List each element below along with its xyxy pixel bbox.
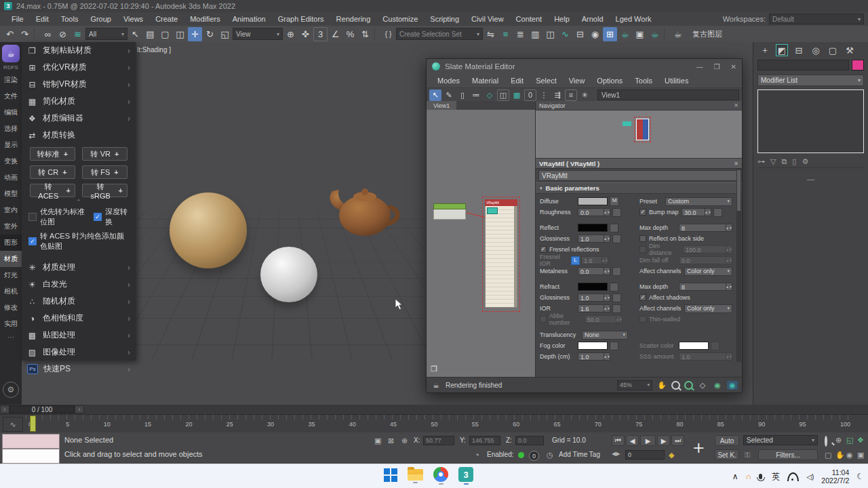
show-maps-button[interactable]: ⋮: [538, 89, 550, 101]
dim-distance-checkbox[interactable]: [639, 246, 646, 253]
scene-object-white-sphere[interactable]: [260, 247, 317, 302]
time-tag-clock-icon[interactable]: ◷: [547, 451, 553, 460]
plugin-logo-icon[interactable]: ☕: [2, 45, 20, 62]
track-bar[interactable]: ∿ 0510 152025 303540 455055 606570 75808…: [0, 414, 868, 433]
slate-view-selector[interactable]: View1: [597, 89, 739, 100]
frame-step-arrows-icon[interactable]: ◀▶: [612, 451, 620, 457]
reflect-back-side-checkbox[interactable]: [639, 235, 646, 242]
create-tab[interactable]: ＋: [759, 44, 771, 56]
modifier-stack[interactable]: [757, 89, 864, 153]
reflect-max-depth-spinner[interactable]: 8▲▼: [679, 224, 732, 232]
slate-titlebar[interactable]: Slate Material Editor — ❐ ✕: [427, 59, 742, 74]
next-frame-arrow[interactable]: ›: [75, 405, 84, 413]
ior-spinner[interactable]: 1.6▲▼: [578, 304, 610, 312]
material-name-input[interactable]: VRayMtl: [538, 170, 739, 181]
tray-show-hidden-icons[interactable]: ∧: [732, 472, 738, 481]
menu-graph-editors[interactable]: Graph Editors: [272, 12, 330, 26]
menu-civil-view[interactable]: Civil View: [465, 12, 509, 26]
hierarchy-tab[interactable]: ⊟: [793, 44, 805, 56]
dock-item-material[interactable]: 材质: [0, 251, 22, 267]
dock-item-interior[interactable]: 室内: [0, 202, 22, 218]
tray-volume-icon[interactable]: ◁): [806, 473, 814, 481]
zoom-extents-all-icon[interactable]: ❖: [857, 436, 864, 445]
y-coordinate-field[interactable]: 146.755: [469, 436, 500, 445]
translucency-dropdown[interactable]: None: [582, 331, 628, 340]
convert-standard-button[interactable]: 转标准+: [30, 147, 75, 161]
zoom-tool-icon[interactable]: [671, 381, 680, 390]
pan-hand-icon[interactable]: ✋: [656, 381, 667, 390]
refract-max-depth-spinner[interactable]: 8▲▼: [679, 283, 732, 291]
menu-rendering[interactable]: Rendering: [330, 12, 377, 26]
3dsmax-taskbar-button[interactable]: 3: [458, 467, 473, 485]
parameters-scrollbar[interactable]: [736, 169, 741, 362]
previous-frame-arrow[interactable]: ‹: [0, 405, 9, 413]
material-panel-close-icon[interactable]: ✕: [734, 161, 738, 167]
rendered-frame-window-button[interactable]: ▣: [633, 27, 647, 41]
close-button[interactable]: ✕: [731, 63, 736, 70]
flyout-item-simplify-material[interactable]: ▦ 简化材质›: [22, 93, 136, 110]
affect-shadows-checkbox[interactable]: ✓: [639, 294, 646, 301]
named-selection-sets-button[interactable]: { }: [381, 27, 395, 41]
maxscript-mini-listener-pink[interactable]: [2, 434, 60, 449]
schematic-view-button[interactable]: ⊟: [573, 27, 587, 41]
pick-material-from-object-button[interactable]: ✎: [443, 89, 455, 101]
zoom-level-dropdown[interactable]: 45%: [617, 380, 652, 390]
object-name-field[interactable]: [757, 60, 849, 70]
show-background-checker-button[interactable]: ▩: [511, 89, 523, 101]
plugin-toolbar-label[interactable]: 复古图层: [692, 29, 722, 39]
modify-tab[interactable]: ◩: [776, 44, 788, 56]
menu-create[interactable]: Create: [149, 12, 184, 26]
dock-item-file[interactable]: 文件: [0, 88, 22, 104]
maximize-button[interactable]: ❐: [714, 63, 720, 70]
tray-clock[interactable]: 11:04 2022/7/2: [821, 468, 849, 485]
key-filters-button[interactable]: Filters...: [758, 449, 818, 460]
aces-color-map-checkbox[interactable]: ✓: [28, 237, 37, 245]
thin-walled-checkbox[interactable]: [639, 316, 646, 323]
transform-gizmo-plus-icon[interactable]: ＋: [686, 434, 711, 461]
collapse-chevron-icon[interactable]: ⌃: [22, 199, 136, 205]
reflect-glossiness-spinner[interactable]: 1.0▲▼: [578, 235, 610, 243]
menu-arnold[interactable]: Arnold: [576, 12, 610, 26]
diffuse-color-swatch[interactable]: [578, 197, 608, 205]
select-and-rotate-button[interactable]: ↻: [203, 27, 217, 41]
auto-key-button[interactable]: Auto: [715, 435, 739, 446]
go-to-start-button[interactable]: ⏮: [612, 435, 625, 446]
maxscript-mini-listener-white[interactable]: [2, 449, 60, 464]
key-mode-toggle-icon[interactable]: ◆: [669, 451, 674, 460]
absolute-mode-icon[interactable]: ⊕: [401, 436, 408, 445]
rectangular-selection-region-button[interactable]: ▢: [158, 27, 172, 41]
tray-notification-icon[interactable]: ☾: [856, 472, 864, 481]
chrome-button[interactable]: [433, 467, 448, 485]
slate-menu-view[interactable]: View: [564, 77, 591, 85]
preset-dropdown[interactable]: Custom: [665, 197, 732, 206]
start-button[interactable]: [384, 467, 397, 482]
slate-menu-edit[interactable]: Edit: [505, 77, 529, 85]
dock-item-render[interactable]: 渲染: [0, 72, 22, 88]
dock-item-select[interactable]: 选择: [0, 121, 22, 137]
dock-item-exterior[interactable]: 室外: [0, 218, 22, 235]
fresnel-ior-lock-button[interactable]: L: [571, 256, 580, 265]
select-and-link-button[interactable]: ∞: [41, 27, 55, 41]
add-time-tag-button[interactable]: Add Time Tag: [559, 451, 600, 458]
ribbon-toggle-button[interactable]: ◫: [543, 27, 557, 41]
create-selection-set-dropdown[interactable]: Create Selection Set: [396, 28, 483, 40]
layout-children-button[interactable]: ≡: [565, 89, 577, 101]
mirror-button[interactable]: ⇋: [484, 27, 498, 41]
convert-vr-button[interactable]: 转 VR+: [82, 147, 127, 161]
align-button[interactable]: ≡: [498, 27, 513, 41]
dock-item-shape[interactable]: 图形: [0, 235, 22, 251]
menu-edit[interactable]: Edit: [30, 12, 55, 26]
menu-tools[interactable]: Tools: [55, 12, 85, 26]
scene-object-teapot[interactable]: [323, 176, 406, 239]
flyout-item-copy-paste-material[interactable]: ❐ 复制粘贴材质›: [22, 42, 136, 59]
dock-item-modify[interactable]: 修改: [0, 300, 22, 316]
menu-modifiers[interactable]: Modifiers: [184, 12, 226, 26]
menu-scripting[interactable]: Scripting: [424, 12, 465, 26]
dock-item-transform[interactable]: 变换: [0, 153, 22, 169]
reflect-affect-channels-dropdown[interactable]: Color only: [684, 267, 732, 276]
viewport-shading-label[interactable]: lt:Shading ]: [137, 46, 171, 54]
refract-glossiness-map-button[interactable]: [612, 293, 621, 302]
select-object-button[interactable]: ↖: [128, 27, 142, 41]
flyout-item-white-glow[interactable]: ☀ 白发光›: [22, 276, 136, 293]
zoom-region-viewport-icon[interactable]: ▢: [825, 451, 831, 460]
